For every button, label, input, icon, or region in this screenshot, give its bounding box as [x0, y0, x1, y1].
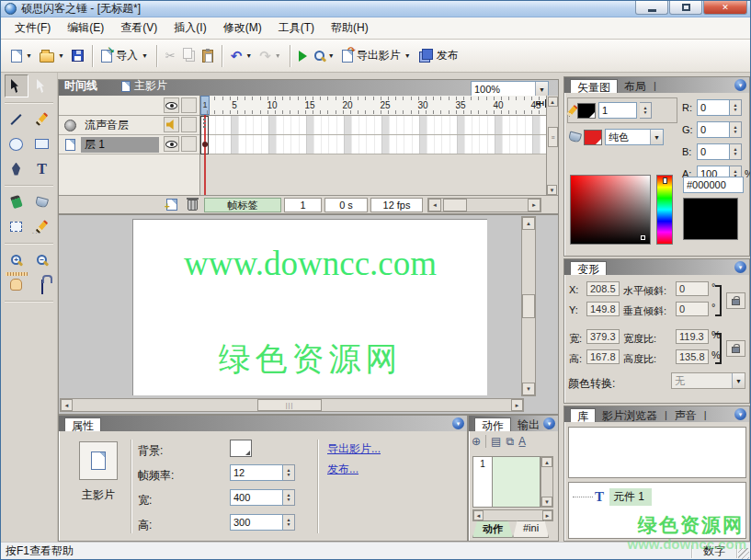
scene-indicator[interactable]: 主影片 [121, 78, 167, 96]
menu-view[interactable]: 查看(V) [112, 17, 165, 39]
tab-library[interactable]: 库 [570, 408, 596, 422]
add-layer-button[interactable]: + [166, 199, 177, 211]
script-tab-ini[interactable]: #ini [513, 520, 549, 538]
tab-layout[interactable]: 布局 [618, 79, 653, 93]
tab-sound[interactable]: 声音 [668, 408, 703, 422]
zoom-dropdown-icon[interactable]: ▼ [535, 82, 548, 97]
scroll-up-icon[interactable]: ▲ [541, 457, 552, 467]
width-spinner[interactable]: ▲▼ [283, 489, 295, 506]
scroll-up-icon[interactable]: ▲ [522, 217, 535, 230]
frame-row-sound[interactable] [200, 116, 548, 135]
hex-color-input[interactable] [683, 177, 744, 193]
scroll-left-icon[interactable]: ◄ [428, 199, 441, 211]
open-dropdown-icon[interactable]: ▼ [58, 52, 64, 59]
scroll-right-icon[interactable]: ► [511, 399, 523, 411]
paint-bucket-tool[interactable] [30, 190, 54, 213]
pin-script-icon[interactable]: ⧉ [506, 435, 514, 448]
timeline-vertical-scrollbar[interactable]: ▲ ≡ ▼ [546, 96, 558, 197]
stage[interactable]: www.downcc.com 绿色资源网 [132, 219, 487, 395]
canvas-workspace[interactable]: www.downcc.com 绿色资源网 ▲ ▼ ◄ ||| ► [58, 214, 559, 415]
layer-extra-cell[interactable] [181, 136, 197, 152]
delete-layer-button[interactable] [188, 200, 198, 211]
g-input[interactable] [697, 121, 730, 138]
panel-menu-icon[interactable]: ▼ [452, 417, 464, 429]
scroll-thumb[interactable]: ||| [257, 399, 322, 411]
panel-menu-icon[interactable]: ▼ [734, 408, 746, 420]
scroll-down-icon[interactable]: ▼ [547, 185, 557, 195]
paste-button[interactable] [199, 43, 217, 69]
framerate-input[interactable] [230, 464, 283, 481]
stroke-width-spinner[interactable]: ▲▼ [640, 102, 652, 119]
playhead-marker[interactable]: 1 [200, 96, 210, 115]
rectangle-tool[interactable] [30, 132, 54, 155]
new-button[interactable]: ▼ [7, 43, 36, 69]
menu-edit[interactable]: 编辑(E) [59, 17, 112, 39]
menu-tools[interactable]: 工具(T) [270, 17, 323, 39]
panel-menu-icon[interactable]: ▼ [734, 79, 746, 91]
ink-bottle-tool[interactable] [5, 190, 28, 213]
scroll-thumb[interactable]: ≡ [548, 127, 558, 147]
preview-dropdown-icon[interactable]: ▼ [328, 52, 335, 59]
stroke-color-swatch[interactable] [577, 103, 596, 119]
b-spinner[interactable]: ▲▼ [730, 143, 742, 160]
background-color-swatch[interactable] [230, 440, 252, 457]
play-button[interactable] [295, 43, 311, 69]
import-dropdown-icon[interactable]: ▼ [142, 52, 148, 59]
minimize-button[interactable] [635, 1, 668, 15]
import-button[interactable]: 导入▼ [97, 43, 152, 69]
scroll-left-icon[interactable]: ◄ [473, 510, 484, 520]
layer-name[interactable]: 流声音层 [81, 118, 159, 133]
canvas-horizontal-scrollbar[interactable]: ◄ ||| ► [60, 398, 524, 412]
frame-label-cell[interactable]: 帧标签 [204, 198, 281, 212]
motion-path-tool[interactable]: ··· [30, 215, 54, 238]
tab-output[interactable]: 输出 [511, 417, 546, 431]
x-input[interactable] [586, 281, 620, 296]
target-path-icon[interactable]: ⊕ [472, 435, 481, 448]
layer-row-1[interactable]: 层 1 [59, 135, 199, 154]
maximize-button[interactable] [669, 1, 702, 15]
canvas-vertical-scrollbar[interactable]: ▲ ▼ [521, 216, 536, 396]
menu-file[interactable]: 文件(F) [6, 17, 59, 39]
frame-rate-cell[interactable]: 12 fps [370, 198, 423, 212]
height-input[interactable] [230, 514, 283, 531]
line-tool[interactable] [5, 108, 28, 131]
r-spinner[interactable]: ▲▼ [730, 99, 742, 116]
layer-extra-cell[interactable] [181, 117, 197, 132]
arrow-tool[interactable] [5, 74, 28, 97]
menu-insert[interactable]: 插入(I) [165, 17, 214, 39]
width-input[interactable] [230, 489, 283, 506]
script-tab-actions[interactable]: 动作 [472, 520, 513, 538]
timeline-ruler[interactable]: 5 10 15 20 25 30 35 40 45 1 HH [200, 96, 548, 116]
scroll-right-icon[interactable]: ► [528, 199, 540, 211]
skew-lock-button[interactable] [726, 292, 745, 309]
g-spinner[interactable]: ▲▼ [730, 121, 742, 138]
tab-vector[interactable]: 矢量图 [570, 79, 618, 93]
publish-link[interactable]: 发布... [327, 462, 358, 477]
pencil-tool[interactable] [30, 108, 54, 131]
y-input[interactable] [586, 302, 620, 316]
export-movie-link[interactable]: 导出影片... [327, 441, 381, 457]
scroll-left-icon[interactable]: ◄ [61, 399, 73, 411]
publish-button[interactable]: 发布 [415, 43, 462, 69]
text-tool[interactable]: T [30, 157, 54, 180]
transform-tool[interactable] [5, 215, 28, 238]
menu-modify[interactable]: 修改(M) [215, 17, 270, 39]
save-button[interactable] [68, 43, 87, 69]
scroll-down-icon[interactable]: ▼ [522, 383, 535, 395]
tab-transform[interactable]: 变形 [570, 261, 607, 275]
zoom-in-tool[interactable]: + [5, 248, 28, 271]
fill-color-swatch[interactable] [584, 130, 602, 145]
subselect-tool[interactable] [30, 74, 54, 97]
pen-tool[interactable] [5, 157, 28, 180]
layer-name[interactable]: 层 1 [81, 137, 159, 153]
title-bar[interactable]: 硕思闪客之锤 - [无标题*] ✕ [1, 1, 750, 17]
menu-help[interactable]: 帮助(H) [323, 17, 377, 39]
frames-grid[interactable]: 5 10 15 20 25 30 35 40 45 1 HH [200, 96, 548, 197]
code-editor-area[interactable] [493, 456, 540, 508]
ratio-w-input[interactable] [676, 329, 709, 344]
hue-strip[interactable] [656, 175, 673, 245]
tab-actions[interactable]: 动作 [474, 417, 511, 431]
tab-properties[interactable]: 属性 [64, 417, 101, 431]
lock-tool[interactable] [30, 273, 54, 296]
code-vertical-scrollbar[interactable]: ▲ ▼ [540, 456, 553, 508]
